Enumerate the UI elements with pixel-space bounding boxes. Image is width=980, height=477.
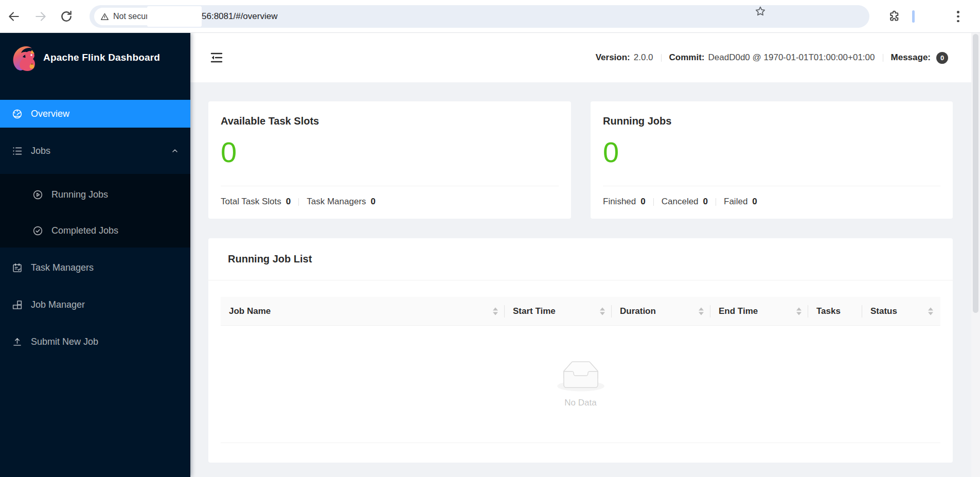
stat-label: Failed: [724, 197, 747, 207]
schedule-icon: [12, 262, 23, 273]
jobs-submenu: Running Jobs Completed Jobs: [0, 174, 190, 248]
stat-label: Finished: [603, 197, 636, 207]
play-circle-icon: [32, 189, 43, 200]
divider: [883, 54, 883, 62]
menu-fold-icon[interactable]: [210, 51, 223, 64]
sort-carets-icon[interactable]: [493, 307, 498, 315]
browser-back-icon[interactable]: [7, 10, 21, 23]
version-label: Version:: [596, 52, 630, 63]
stat-value: 0: [286, 197, 291, 207]
empty-inbox-icon: [557, 361, 604, 392]
empty-text: No Data: [564, 398, 596, 408]
column-header-duration[interactable]: Duration: [612, 297, 710, 325]
sidebar-menu: Overview Jobs Running Jobs: [0, 100, 190, 356]
table-card-header: Running Job List: [208, 238, 953, 280]
sidebar-item-submit-new-job[interactable]: Submit New Job: [0, 328, 190, 356]
address-bar[interactable]: Not secure 56:8081/#/overview: [90, 5, 869, 28]
sidebar-item-label: Jobs: [31, 146, 50, 156]
browser-reload-icon[interactable]: [60, 10, 73, 23]
sidebar-item-label: Running Jobs: [51, 189, 108, 200]
stat-label: Canceled: [662, 197, 699, 207]
chevron-up-icon: [171, 147, 179, 157]
card-title: Running Jobs: [603, 114, 940, 128]
page-scrollbar[interactable]: [971, 33, 980, 477]
running-jobs-card: Running Jobs 0 Finished 0 Canceled 0 Fai…: [591, 101, 953, 219]
check-circle-icon: [32, 225, 43, 236]
stat-value: 0: [371, 197, 376, 207]
flink-squirrel-logo-icon: [11, 44, 36, 72]
sidebar-item-running-jobs[interactable]: Running Jobs: [0, 181, 190, 208]
sidebar-item-completed-jobs[interactable]: Completed Jobs: [0, 217, 190, 244]
sidebar-item-task-managers[interactable]: Task Managers: [0, 254, 190, 281]
bookmark-star-icon[interactable]: [754, 5, 767, 17]
column-header-status[interactable]: Status: [862, 297, 940, 325]
cluster-info: Version: 2.0.0 Commit: DeadD0d0 @ 1970-0…: [596, 52, 980, 64]
browser-menu-icon[interactable]: [957, 9, 960, 24]
sidebar-item-jobs[interactable]: Jobs: [0, 137, 190, 165]
message-count-badge[interactable]: 0: [936, 52, 948, 64]
build-blocks-icon: [12, 299, 23, 310]
sidebar-logo: Apache Flink Dashboard: [0, 33, 190, 82]
sidebar: Apache Flink Dashboard Overview Jobs: [0, 33, 190, 477]
scrollbar-thumb[interactable]: [973, 34, 978, 313]
stat-value: 0: [640, 197, 645, 207]
page-header: Version: 2.0.0 Commit: DeadD0d0 @ 1970-0…: [190, 33, 980, 82]
card-title: Available Task Slots: [221, 114, 559, 128]
sort-carets-icon[interactable]: [928, 307, 933, 315]
overview-content: Available Task Slots 0 Total Task Slots …: [190, 82, 980, 477]
card-value: 0: [603, 136, 940, 168]
sidebar-item-label: Job Manager: [31, 299, 85, 310]
card-stats: Total Task Slots 0 Task Managers 0: [221, 197, 559, 207]
sidebar-item-label: Completed Jobs: [51, 225, 118, 236]
sort-carets-icon[interactable]: [699, 307, 704, 315]
available-task-slots-card: Available Task Slots 0 Total Task Slots …: [208, 101, 571, 219]
table-title: Running Job List: [228, 253, 312, 265]
flink-dashboard-screen: Not secure 56:8081/#/overview: [0, 0, 980, 477]
column-header-job-name[interactable]: Job Name: [221, 297, 505, 325]
sidebar-item-label: Submit New Job: [31, 337, 98, 347]
browser-toolbar: Not secure 56:8081/#/overview: [0, 0, 980, 33]
divider: [653, 198, 654, 206]
divider: [603, 186, 940, 186]
stat-value: 0: [703, 197, 708, 207]
url-redaction-block: [147, 6, 202, 27]
column-header-end-time[interactable]: End Time: [710, 297, 808, 325]
sidebar-item-label: Overview: [31, 109, 69, 119]
column-header-tasks: Tasks: [808, 297, 862, 325]
sort-carets-icon[interactable]: [796, 307, 801, 315]
divider: [716, 198, 716, 206]
stat-label: Task Managers: [307, 197, 366, 207]
table-header-row: Job Name Start Time Duration End Time: [221, 297, 940, 326]
unordered-list-icon: [12, 146, 23, 156]
table-card-body: Job Name Start Time Duration End Time: [208, 280, 953, 443]
version-value: 2.0.0: [634, 52, 653, 63]
warning-icon: [100, 12, 109, 21]
card-stats: Finished 0 Canceled 0 Failed 0: [603, 197, 940, 207]
url-text: 56:8081/#/overview: [202, 5, 277, 28]
divider: [298, 198, 299, 206]
stat-label: Total Task Slots: [221, 197, 281, 207]
stat-value: 0: [752, 197, 757, 207]
card-value: 0: [221, 136, 559, 168]
extensions-icon[interactable]: [888, 10, 901, 23]
table-empty-state: No Data: [221, 326, 940, 443]
message-label: Message:: [891, 52, 931, 63]
app-title: Apache Flink Dashboard: [43, 52, 160, 63]
dashboard-icon: [12, 109, 23, 119]
sidebar-item-label: Task Managers: [31, 262, 94, 273]
upload-icon: [12, 337, 23, 347]
side-panel-indicator: [912, 10, 915, 23]
column-header-start-time[interactable]: Start Time: [505, 297, 612, 325]
divider: [221, 186, 559, 186]
divider: [661, 54, 662, 62]
sort-carets-icon[interactable]: [600, 307, 605, 315]
running-job-list-card: Running Job List Job Name Start Time Dur…: [208, 238, 953, 463]
sidebar-item-overview[interactable]: Overview: [0, 100, 190, 128]
commit-label: Commit:: [669, 52, 705, 63]
commit-value: DeadD0d0 @ 1970-01-01T01:00:00+01:00: [708, 52, 875, 63]
browser-forward-icon[interactable]: [34, 10, 47, 23]
sidebar-item-job-manager[interactable]: Job Manager: [0, 291, 190, 319]
